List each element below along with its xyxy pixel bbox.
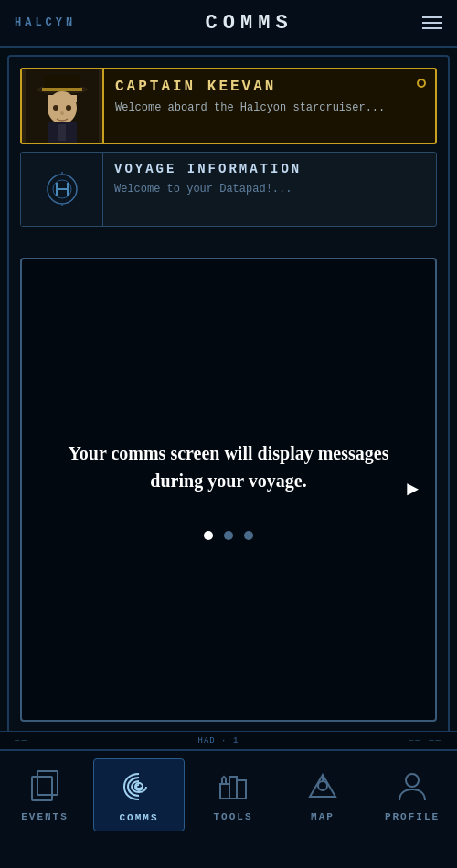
nav-item-profile[interactable]: PROFILE: [367, 758, 457, 830]
next-arrow-icon[interactable]: ►: [407, 479, 419, 502]
captain-message: Welcome aboard the Halcyon starcruiser..…: [115, 101, 424, 116]
captain-name: CAPTAIN KEEVAN: [115, 79, 424, 95]
main-content: CAPTAIN KEEVAN Welcome aboard the Halcyo…: [7, 55, 450, 742]
nav-item-map[interactable]: MAP: [278, 758, 367, 830]
svg-point-6: [53, 105, 58, 111]
status-bar: —— HAD · 1 —— ——: [0, 731, 457, 749]
message-text: Your comms screen will display messages …: [44, 439, 413, 494]
svg-rect-19: [37, 771, 58, 795]
tools-label: TOOLS: [213, 811, 252, 822]
svg-point-25: [318, 781, 327, 790]
events-label: EVENTS: [21, 811, 69, 822]
header-title: COMMS: [206, 12, 293, 35]
captain-info: CAPTAIN KEEVAN Welcome aboard the Halcyo…: [104, 69, 435, 143]
menu-icon[interactable]: [422, 16, 442, 29]
status-bar-left: ——: [15, 736, 28, 746]
pagination-dots: [204, 531, 253, 540]
captain-avatar: [22, 69, 104, 143]
profile-label: PROFILE: [385, 811, 440, 822]
voyage-card[interactable]: VOYAGE INFORMATION Welcome to your Datap…: [20, 152, 437, 227]
dot-2[interactable]: [224, 531, 233, 540]
header: HALCYN COMMS: [0, 0, 457, 48]
bottom-nav: EVENTS COMMS: [0, 749, 457, 868]
voyage-info: VOYAGE INFORMATION Welcome to your Datap…: [103, 153, 436, 226]
svg-rect-10: [58, 124, 66, 141]
svg-rect-18: [32, 777, 52, 800]
captain-portrait-icon: [26, 69, 99, 143]
svg-rect-21: [220, 784, 229, 799]
svg-point-8: [60, 111, 64, 115]
events-icon: [25, 766, 65, 806]
captain-card[interactable]: CAPTAIN KEEVAN Welcome aboard the Halcyo…: [20, 68, 437, 144]
dot-3[interactable]: [244, 531, 253, 540]
svg-point-7: [66, 105, 71, 111]
nav-item-events[interactable]: EVENTS: [0, 758, 90, 830]
comms-label: COMMS: [119, 812, 158, 823]
map-label: MAP: [311, 811, 335, 822]
nav-item-tools[interactable]: TOOLS: [188, 758, 278, 830]
profile-icon: [392, 766, 432, 806]
notification-dot-icon: [417, 79, 426, 88]
voyage-message: Welcome to your Datapad!...: [114, 182, 425, 197]
nav-item-comms[interactable]: COMMS: [93, 758, 185, 831]
status-bar-right: —— ——: [409, 736, 442, 746]
message-area: Your comms screen will display messages …: [20, 258, 437, 722]
app-frame: HALCYN COMMS: [0, 0, 457, 868]
voyage-title: VOYAGE INFORMATION: [114, 162, 425, 176]
svg-rect-22: [229, 777, 237, 799]
status-bar-center: HAD · 1: [197, 736, 239, 746]
header-brand: HALCYN: [15, 16, 76, 29]
svg-point-27: [406, 774, 419, 787]
dot-1[interactable]: [204, 531, 213, 540]
comms-icon: [119, 767, 159, 807]
svg-rect-23: [237, 780, 246, 799]
voyage-avatar: [21, 153, 103, 226]
tools-icon: [213, 766, 253, 806]
voyage-icon: [44, 166, 80, 212]
svg-rect-5: [48, 95, 77, 102]
svg-rect-3: [42, 88, 82, 91]
map-icon: [303, 766, 343, 806]
